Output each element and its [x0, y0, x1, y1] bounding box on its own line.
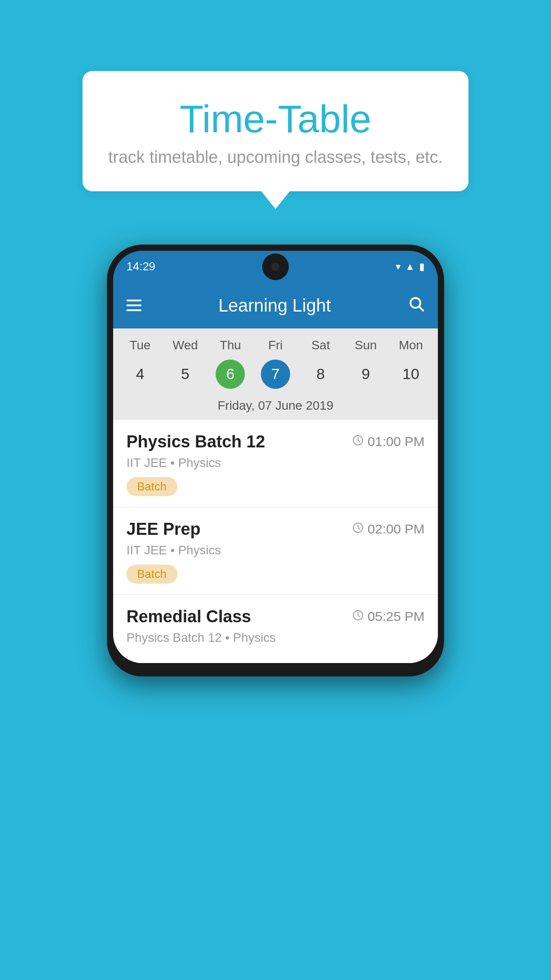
speech-bubble: Time-Table track timetable, upcoming cla…: [83, 71, 468, 191]
camera-dot: [272, 263, 279, 271]
svg-line-1: [419, 307, 423, 311]
batch-badge-1: Batch: [126, 477, 177, 496]
clock-icon-3: [352, 609, 364, 624]
speech-bubble-container: Time-Table track timetable, upcoming cla…: [83, 71, 468, 209]
time-text-3: 05:25 PM: [368, 609, 425, 624]
day-headers: Tue Wed Thu Fri Sat Sun Mon: [113, 336, 438, 355]
day-header-sat: Sat: [298, 336, 343, 355]
hamburger-menu-icon[interactable]: [126, 300, 142, 311]
status-time: 14:29: [126, 260, 155, 273]
wifi-icon: ▾: [396, 261, 401, 273]
phone-container: 14:29 ▾ ▲ ▮ Learning Light: [107, 245, 444, 676]
status-bar: 14:29 ▾ ▲ ▮: [113, 251, 438, 283]
batch-badge-2: Batch: [126, 565, 177, 584]
day-9[interactable]: 9: [343, 360, 389, 389]
phone-frame: 14:29 ▾ ▲ ▮ Learning Light: [107, 245, 444, 676]
schedule-item-title-2: JEE Prep: [126, 520, 201, 539]
day-6-today[interactable]: 6: [216, 360, 245, 389]
schedule-item-jee-prep[interactable]: JEE Prep 02:00 PM IIT JEE • Physics: [113, 507, 438, 595]
time-text-1: 01:00 PM: [368, 434, 425, 449]
day-7-selected[interactable]: 7: [261, 360, 290, 389]
schedule-item-title-3: Remedial Class: [126, 607, 251, 626]
schedule-list: Physics Batch 12 01:00 PM IIT JEE • P: [113, 420, 438, 663]
schedule-item-physics-batch-12[interactable]: Physics Batch 12 01:00 PM IIT JEE • P: [113, 420, 438, 507]
bubble-title: Time-Table: [100, 98, 451, 141]
time-text-2: 02:00 PM: [368, 522, 425, 537]
clock-icon-2: [352, 522, 364, 537]
day-header-thu: Thu: [208, 336, 253, 355]
schedule-item-time-3: 05:25 PM: [352, 609, 425, 624]
day-header-mon: Mon: [388, 336, 433, 355]
schedule-item-header-1: Physics Batch 12 01:00 PM: [126, 432, 425, 451]
speech-bubble-tail: [261, 191, 290, 209]
day-4[interactable]: 4: [118, 360, 163, 389]
calendar-strip: Tue Wed Thu Fri Sat Sun Mon 4 5 6 7 8 9 …: [113, 328, 438, 420]
day-5[interactable]: 5: [163, 360, 208, 389]
search-icon[interactable]: [408, 295, 425, 316]
day-header-tue: Tue: [118, 336, 163, 355]
schedule-item-subtitle-1: IIT JEE • Physics: [126, 456, 425, 470]
day-numbers: 4 5 6 7 8 9 10: [113, 355, 438, 393]
signal-icon: ▲: [405, 261, 415, 273]
clock-icon-1: [352, 434, 364, 450]
app-header: Learning Light: [113, 283, 438, 328]
day-8[interactable]: 8: [298, 360, 343, 389]
schedule-item-time-2: 02:00 PM: [352, 522, 425, 537]
schedule-item-subtitle-3: Physics Batch 12 • Physics: [126, 631, 425, 645]
notch-cutout: [262, 253, 289, 280]
selected-date-label: Friday, 07 June 2019: [113, 393, 438, 420]
schedule-item-title-1: Physics Batch 12: [126, 432, 265, 451]
battery-icon: ▮: [419, 261, 425, 273]
day-header-fri: Fri: [253, 336, 298, 355]
schedule-item-header-3: Remedial Class 05:25 PM: [126, 607, 425, 626]
phone-screen: Learning Light Tue Wed Thu Fri Sat Sun: [113, 283, 438, 663]
app-title: Learning Light: [218, 296, 331, 316]
day-header-sun: Sun: [343, 336, 389, 355]
schedule-item-header-2: JEE Prep 02:00 PM: [126, 520, 425, 539]
schedule-item-remedial-class[interactable]: Remedial Class 05:25 PM Physics Batch: [113, 595, 438, 663]
day-header-wed: Wed: [163, 336, 208, 355]
day-10[interactable]: 10: [388, 360, 433, 389]
bubble-subtitle: track timetable, upcoming classes, tests…: [100, 148, 451, 167]
schedule-item-time-1: 01:00 PM: [352, 434, 425, 450]
schedule-item-subtitle-2: IIT JEE • Physics: [126, 543, 425, 557]
status-icons: ▾ ▲ ▮: [396, 261, 425, 273]
